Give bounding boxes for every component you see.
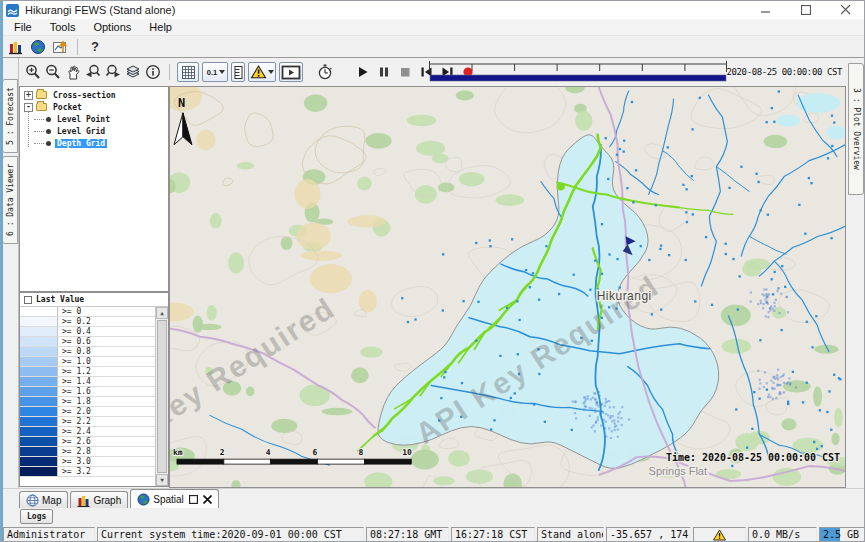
legend-value-label: >= 0.8 (58, 347, 91, 356)
legend-value-label: >= 1.8 (58, 397, 91, 406)
sidebar-tab-plot-overview[interactable]: 3 : Plot Overview (848, 63, 864, 195)
tree-item[interactable]: + Cross-section (20, 89, 168, 101)
map-toolbar: 0.1 (19, 58, 846, 86)
svg-text:4: 4 (266, 448, 271, 457)
class-interval-dropdown[interactable]: 0.1 (202, 62, 228, 82)
folder-icon (36, 103, 47, 111)
legend-row[interactable]: >= 1.8 (20, 397, 155, 407)
zoom-out-icon[interactable] (43, 62, 63, 82)
tree-item[interactable]: - Pocket (20, 101, 168, 113)
status-local-time: 16:27:18 CST (451, 527, 535, 542)
time-slider[interactable] (428, 60, 728, 84)
legend-row[interactable]: >= 2.8 (20, 447, 155, 457)
legend-row[interactable]: >= 0 (20, 307, 155, 317)
status-mode: Stand alone (537, 527, 604, 542)
legend-value-label: >= 0 (58, 307, 81, 316)
legend-color-swatch (20, 367, 58, 376)
legend-value-label: >= 0.4 (58, 327, 91, 336)
legend-row[interactable]: >= 0.2 (20, 317, 155, 327)
last-value-label: Last Value (36, 295, 84, 304)
legend-row[interactable]: >= 1.0 (20, 357, 155, 367)
tab-graph-label: Graph (93, 495, 121, 506)
scroll-down-icon[interactable]: ▼ (156, 474, 168, 486)
tree-item-label: Cross-section (51, 91, 118, 100)
svg-text:2: 2 (220, 448, 225, 457)
warning-threshold-dropdown[interactable] (248, 62, 276, 82)
legend-row[interactable]: >= 2.2 (20, 417, 155, 427)
legend-color-swatch (20, 317, 58, 326)
data-explorer-icon[interactable] (5, 37, 27, 56)
zoom-in-icon[interactable] (23, 62, 43, 82)
legend-row[interactable]: >= 2.6 (20, 437, 155, 447)
zoom-next-icon[interactable] (103, 62, 123, 82)
grid-display-button[interactable] (177, 62, 199, 82)
node-bullet-icon (46, 117, 51, 122)
spatial-globe-icon (137, 493, 150, 506)
map-viewport[interactable]: API Key Required API Key Required N km 2… (169, 86, 846, 488)
legend-row[interactable]: >= 0.4 (20, 327, 155, 337)
play-button[interactable] (355, 62, 371, 82)
stop-button[interactable] (397, 62, 413, 82)
scrollbar-thumb[interactable] (157, 320, 167, 473)
spatial-display-icon[interactable] (49, 37, 71, 56)
chevron-down-icon (219, 70, 225, 74)
menu-item[interactable]: Tools (41, 20, 85, 34)
legend-row[interactable]: >= 1.2 (20, 367, 155, 377)
logs-button[interactable]: Logs (20, 509, 53, 524)
legend-row[interactable]: >= 2.4 (20, 427, 155, 437)
globe-map-icon[interactable] (27, 37, 49, 56)
tab-restore-icon[interactable] (189, 495, 198, 504)
minimize-button[interactable] (746, 1, 786, 19)
info-icon[interactable] (143, 62, 163, 82)
sidebar-tab-forecast[interactable]: 5 : Forecast (2, 79, 18, 153)
tree-item[interactable]: Depth Grid (20, 137, 168, 149)
tab-spatial[interactable]: Spatial (130, 489, 219, 508)
legend-row[interactable]: >= 1.6 (20, 387, 155, 397)
zoom-previous-icon[interactable] (83, 62, 103, 82)
status-coordinates: -35.657 , 174.199 (606, 527, 691, 542)
legend-row[interactable]: >= 1.4 (20, 377, 155, 387)
legend-list: >= 0 >= 0.2 >= 0.4 >= 0.6 (20, 307, 155, 486)
tab-close-icon[interactable] (203, 495, 212, 504)
pause-button[interactable] (376, 62, 392, 82)
menu-bar: FileToolsOptionsHelp (1, 19, 865, 36)
maximize-button[interactable] (786, 1, 826, 19)
legend-color-swatch (20, 337, 58, 346)
scroll-up-icon[interactable]: ▲ (156, 307, 168, 319)
legend-row[interactable]: >= 2.0 (20, 407, 155, 417)
scale-bar-segments (177, 459, 411, 464)
legend-panel: Last Value >= 0 >= 0.2 >= 0.4 (19, 292, 169, 487)
tree-item-label: Level Point (55, 115, 112, 124)
legend-color-swatch (20, 417, 58, 426)
tab-graph[interactable]: Graph (70, 491, 128, 508)
legend-value-label: >= 0.2 (58, 317, 91, 326)
tree-expander-icon[interactable]: + (24, 91, 33, 100)
menu-item[interactable]: Options (84, 20, 140, 34)
legend-row[interactable]: >= 0.8 (20, 347, 155, 357)
tree-item[interactable]: Level Grid (20, 125, 168, 137)
status-alert-cell[interactable] (693, 527, 746, 542)
animation-timer-icon[interactable] (315, 62, 335, 82)
tree-connector (28, 111, 29, 147)
menu-item[interactable]: Help (140, 20, 181, 34)
pan-hand-icon[interactable] (63, 62, 83, 82)
close-button[interactable] (826, 1, 865, 19)
legend-row[interactable]: >= 0.6 (20, 337, 155, 347)
last-value-checkbox[interactable] (24, 296, 32, 304)
legend-scrollbar[interactable]: ▲ ▼ (155, 307, 168, 486)
tab-map[interactable]: Map (19, 491, 68, 508)
profile-button[interactable] (231, 62, 245, 82)
area-label: Springs Flat (649, 465, 707, 477)
tree-branch-line (34, 143, 44, 144)
animation-panel-button[interactable] (279, 62, 303, 82)
tree-item[interactable]: Level Point (20, 113, 168, 125)
legend-value-label: >= 3.2 (58, 467, 91, 476)
legend-value-label: >= 1.6 (58, 387, 91, 396)
svg-text:10: 10 (402, 448, 412, 457)
help-icon[interactable]: ? (84, 37, 106, 56)
layers-icon[interactable] (123, 62, 143, 82)
legend-row[interactable]: >= 3.0 (20, 457, 155, 467)
legend-row[interactable]: >= 3.2 (20, 467, 155, 477)
menu-item[interactable]: File (5, 20, 41, 34)
sidebar-tab-data-viewer[interactable]: 6 : Data Viewer (2, 156, 18, 244)
